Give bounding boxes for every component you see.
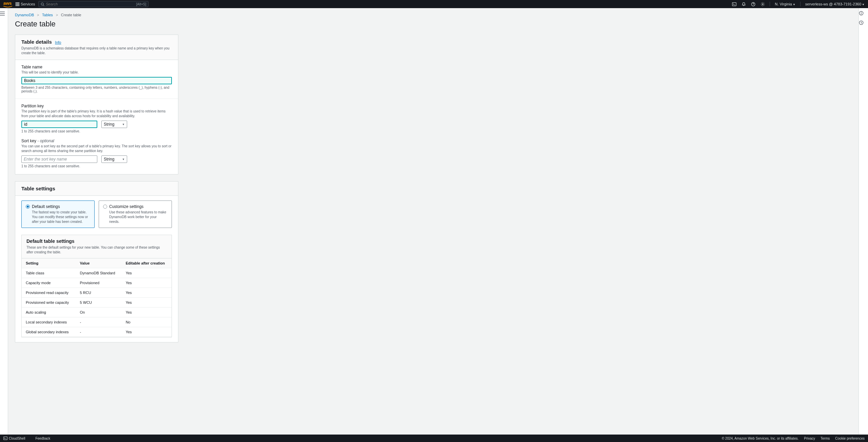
search-input[interactable] — [46, 2, 136, 6]
table-row: Auto scalingOnYes — [22, 308, 172, 317]
partition-key-constraint: 1 to 255 characters and case sensitive. — [21, 129, 172, 133]
col-value: Value — [76, 258, 122, 268]
svg-point-4 — [762, 3, 763, 4]
col-setting: Setting — [22, 258, 76, 268]
search-shortcut: [Alt+S] — [136, 2, 146, 6]
radio-icon — [103, 205, 107, 209]
main-content: DynamoDB > Tables > Create table Create … — [8, 8, 859, 435]
top-nav: aws Services [Alt+S] N. Virginia▼ server… — [0, 0, 868, 8]
sort-key-type-select[interactable]: String▼ — [101, 155, 127, 163]
svg-point-10 — [861, 12, 862, 13]
grid-icon — [16, 2, 19, 6]
table-name-input[interactable] — [21, 77, 172, 84]
radio-icon — [26, 205, 30, 209]
svg-rect-2 — [732, 2, 736, 6]
table-name-label: Table name — [21, 65, 172, 69]
cloudshell-icon[interactable] — [732, 2, 736, 6]
breadcrumb-current: Create table — [61, 13, 81, 17]
side-nav-collapsed — [0, 8, 8, 435]
right-tools-rail — [859, 8, 868, 435]
svg-line-1 — [43, 5, 44, 6]
breadcrumb-tables[interactable]: Tables — [42, 13, 53, 17]
breadcrumb-dynamodb[interactable]: DynamoDB — [15, 13, 34, 17]
col-editable: Editable after creation — [122, 258, 172, 268]
breadcrumb: DynamoDB > Tables > Create table — [15, 13, 852, 17]
sort-key-constraint: 1 to 255 characters and case sensitive. — [21, 164, 172, 168]
settings-icon[interactable] — [760, 2, 765, 6]
table-row: Local secondary indexes-No — [22, 317, 172, 327]
default-settings-heading: Default table settings — [26, 238, 167, 244]
sort-key-hint: You can use a sort key as the second par… — [21, 144, 172, 153]
svg-point-0 — [41, 3, 44, 5]
table-settings-panel: Table settings Default settings The fast… — [15, 181, 178, 342]
default-table-settings-panel: Default table settings These are the def… — [21, 235, 172, 337]
info-panel-icon[interactable] — [859, 11, 868, 16]
tile-default-settings[interactable]: Default settings The fastest way to crea… — [21, 201, 95, 228]
page-title: Create table — [15, 20, 852, 28]
hamburger-icon[interactable] — [0, 12, 8, 16]
clock-icon[interactable] — [859, 20, 868, 25]
partition-key-input[interactable] — [21, 121, 97, 128]
table-row: Table classDynamoDB StandardYes — [22, 268, 172, 278]
table-details-heading: Table details — [21, 39, 52, 45]
table-name-constraint: Between 3 and 255 characters, containing… — [21, 86, 172, 93]
sort-key-input[interactable] — [21, 155, 97, 163]
table-row: Provisioned read capacity5 RCUYes — [22, 288, 172, 298]
aws-logo[interactable]: aws — [3, 1, 12, 8]
region-selector[interactable]: N. Virginia▼ — [775, 2, 795, 6]
search-icon — [41, 2, 44, 6]
partition-key-hint: The partition key is part of the table's… — [21, 109, 172, 119]
partition-key-type-select[interactable]: String▼ — [101, 121, 127, 128]
sort-key-label: Sort key - optional — [21, 139, 172, 143]
notifications-icon[interactable] — [741, 2, 746, 6]
partition-key-label: Partition key — [21, 104, 172, 108]
services-menu[interactable]: Services — [16, 2, 35, 6]
table-name-hint: This will be used to identify your table… — [21, 70, 172, 75]
table-settings-heading: Table settings — [21, 186, 55, 191]
table-row: Provisioned write capacity5 WCUYes — [22, 298, 172, 308]
help-icon[interactable] — [751, 2, 755, 6]
info-link[interactable]: Info — [55, 40, 61, 44]
default-settings-desc: These are the default settings for your … — [26, 245, 167, 255]
default-settings-table: Setting Value Editable after creation Ta… — [22, 258, 172, 337]
table-details-desc: DynamoDB is a schemaless database that r… — [21, 46, 172, 56]
account-selector[interactable]: serverless-ws @ 4783-7191-2360▼ — [805, 2, 865, 6]
global-search[interactable]: [Alt+S] — [38, 1, 149, 7]
tile-customize-settings[interactable]: Customize settings Use these advanced fe… — [99, 201, 172, 228]
table-row: Capacity modeProvisionedYes — [22, 278, 172, 288]
table-details-panel: Table details Info DynamoDB is a schemal… — [15, 35, 178, 174]
table-row: Global secondary indexes-Yes — [22, 327, 172, 337]
